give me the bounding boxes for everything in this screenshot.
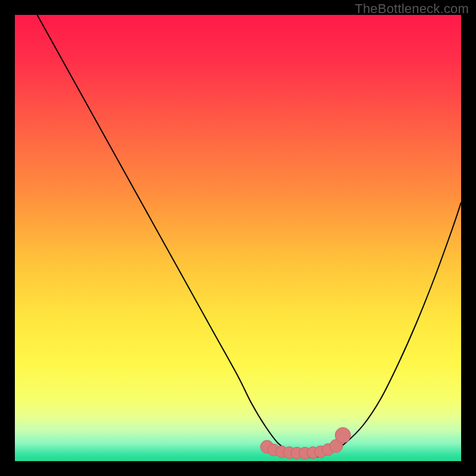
gradient-background: [15, 15, 461, 461]
chart-plot-area: [15, 15, 461, 461]
optimal-marker: [335, 428, 350, 443]
outer-frame: TheBottleneck.com: [0, 0, 476, 476]
chart-svg: [15, 15, 461, 461]
